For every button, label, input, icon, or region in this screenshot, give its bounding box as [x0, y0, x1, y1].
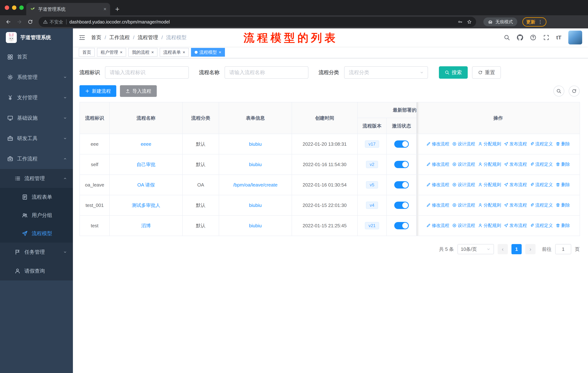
- window-controls[interactable]: [5, 5, 24, 10]
- action-definition-link[interactable]: 流程定义: [530, 141, 553, 147]
- action-publish-link[interactable]: 发布流程: [504, 202, 527, 208]
- sidebar-item-home[interactable]: 首页: [0, 47, 73, 67]
- form-info-link[interactable]: biubiu: [249, 162, 262, 167]
- password-key-icon[interactable]: [458, 20, 462, 24]
- breadcrumb-workflow[interactable]: 工作流程: [109, 34, 138, 41]
- action-publish-link[interactable]: 发布流程: [504, 161, 527, 167]
- sidebar-item-process-model[interactable]: 流程模型: [0, 224, 73, 242]
- page-number-button[interactable]: 1: [511, 244, 522, 254]
- sidebar-toggle-icon[interactable]: [79, 34, 85, 41]
- sidebar-item-process-management[interactable]: 流程管理: [0, 169, 73, 188]
- security-indicator[interactable]: 不安全: [43, 19, 63, 25]
- active-toggle[interactable]: [394, 222, 409, 229]
- sidebar-item-devtools[interactable]: 研发工具: [0, 128, 73, 149]
- process-name-link[interactable]: OA 请假: [137, 182, 155, 188]
- search-icon[interactable]: [504, 34, 510, 40]
- minimize-window-button[interactable]: [12, 5, 16, 10]
- action-assign-rules-link[interactable]: 分配规则: [478, 182, 501, 188]
- reload-button[interactable]: [26, 17, 35, 27]
- tag-tenant-management[interactable]: 租户管理 ×: [97, 48, 126, 57]
- breadcrumb-home[interactable]: 首页: [91, 34, 109, 41]
- tag-home[interactable]: 首页: [79, 48, 95, 57]
- tag-close-icon[interactable]: ×: [120, 50, 123, 54]
- action-modify-link[interactable]: 修改流程: [426, 202, 449, 208]
- action-assign-rules-link[interactable]: 分配规则: [478, 202, 501, 208]
- active-toggle[interactable]: [394, 141, 409, 148]
- action-definition-link[interactable]: 流程定义: [530, 202, 553, 208]
- tag-process-model[interactable]: 流程模型 ×: [191, 48, 225, 57]
- zoom-window-button[interactable]: [19, 5, 24, 10]
- reset-button[interactable]: 重置: [472, 66, 501, 79]
- tag-my-process[interactable]: 我的流程 ×: [128, 48, 158, 57]
- action-delete-link[interactable]: 删除: [556, 182, 570, 188]
- action-publish-link[interactable]: 发布流程: [504, 141, 527, 147]
- action-modify-link[interactable]: 修改流程: [426, 182, 449, 188]
- form-info-link[interactable]: /bpm/oa/leave/create: [233, 182, 278, 188]
- close-window-button[interactable]: [5, 5, 9, 10]
- category-select[interactable]: 流程分类: [344, 66, 428, 79]
- action-publish-link[interactable]: 发布流程: [504, 182, 527, 188]
- sidebar-item-leave-query[interactable]: 请假查询: [0, 262, 73, 281]
- toggle-search-button[interactable]: [553, 86, 564, 97]
- form-info-link[interactable]: biubiu: [249, 202, 262, 208]
- action-delete-link[interactable]: 删除: [556, 202, 570, 208]
- tag-close-icon[interactable]: ×: [183, 50, 185, 54]
- sidebar-item-task-management[interactable]: 任务管理: [0, 242, 73, 262]
- action-design-link[interactable]: 设计流程: [452, 202, 475, 208]
- import-process-button[interactable]: 导入流程: [120, 85, 157, 97]
- new-tab-button[interactable]: +: [115, 5, 119, 13]
- process-key-input[interactable]: [105, 66, 189, 79]
- action-design-link[interactable]: 设计流程: [452, 222, 475, 228]
- action-design-link[interactable]: 设计流程: [452, 141, 475, 147]
- action-modify-link[interactable]: 修改流程: [426, 222, 449, 228]
- search-button[interactable]: 搜索: [439, 66, 468, 79]
- forward-button[interactable]: [15, 17, 24, 27]
- help-icon[interactable]: [530, 34, 536, 40]
- action-definition-link[interactable]: 流程定义: [530, 161, 553, 167]
- active-toggle[interactable]: [394, 161, 409, 168]
- bookmark-star-icon[interactable]: [467, 20, 472, 24]
- sidebar-item-workflow[interactable]: 工作流程: [0, 149, 73, 169]
- fullscreen-icon[interactable]: [543, 34, 549, 40]
- browser-menu-icon[interactable]: ⋮: [538, 19, 543, 25]
- action-assign-rules-link[interactable]: 分配规则: [478, 222, 501, 228]
- process-name-link[interactable]: 自己审批: [136, 162, 156, 167]
- sidebar-item-infrastructure[interactable]: 基础设施: [0, 108, 73, 128]
- back-button[interactable]: [4, 17, 13, 27]
- browser-update-button[interactable]: 更新 ⋮: [522, 17, 546, 27]
- action-design-link[interactable]: 设计流程: [452, 182, 475, 188]
- prev-page-button[interactable]: ‹: [498, 244, 508, 254]
- tag-process-form[interactable]: 流程表单 ×: [160, 48, 189, 57]
- refresh-table-button[interactable]: [569, 86, 580, 97]
- tag-close-icon[interactable]: ×: [151, 50, 154, 54]
- breadcrumb-process-management[interactable]: 流程管理: [138, 34, 166, 41]
- process-name-input[interactable]: [225, 66, 308, 79]
- process-name-link[interactable]: 滔博: [141, 223, 151, 228]
- action-assign-rules-link[interactable]: 分配规则: [478, 141, 501, 147]
- page-size-select[interactable]: 10条/页: [458, 244, 494, 254]
- action-assign-rules-link[interactable]: 分配规则: [478, 161, 501, 167]
- process-name-link[interactable]: eeee: [141, 141, 151, 147]
- sidebar-item-process-form[interactable]: 流程表单: [0, 188, 73, 206]
- process-name-link[interactable]: 测试多审批人: [132, 202, 160, 208]
- app-logo-row[interactable]: 芋道管理系统: [0, 28, 73, 47]
- action-publish-link[interactable]: 发布流程: [504, 222, 527, 228]
- sidebar-item-user-group[interactable]: 用户分组: [0, 206, 73, 224]
- action-definition-link[interactable]: 流程定义: [530, 222, 553, 228]
- form-info-link[interactable]: biubiu: [249, 223, 262, 228]
- font-size-icon[interactable]: tT: [556, 34, 561, 40]
- form-info-link[interactable]: biubiu: [249, 141, 262, 147]
- sidebar-item-system[interactable]: 系统管理: [0, 67, 73, 87]
- tag-close-icon[interactable]: ×: [219, 50, 221, 54]
- action-definition-link[interactable]: 流程定义: [530, 182, 553, 188]
- user-avatar[interactable]: [568, 30, 582, 44]
- sidebar-item-payment[interactable]: 支付管理: [0, 87, 73, 108]
- create-process-button[interactable]: 新建流程: [79, 85, 116, 97]
- action-modify-link[interactable]: 修改流程: [426, 161, 449, 167]
- active-toggle[interactable]: [394, 202, 409, 209]
- action-delete-link[interactable]: 删除: [556, 141, 570, 147]
- active-toggle[interactable]: [394, 181, 409, 189]
- tab-close-icon[interactable]: ×: [104, 6, 106, 12]
- browser-tab[interactable]: 芋道管理系统 ×: [26, 3, 110, 15]
- address-bar[interactable]: 不安全 dashboard.yudao.iocoder.cn/bpm/manag…: [39, 17, 476, 27]
